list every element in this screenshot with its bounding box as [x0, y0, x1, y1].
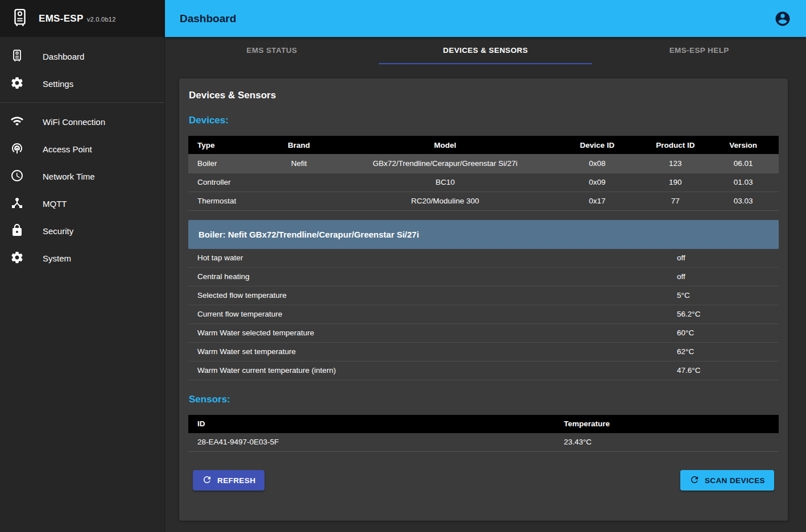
sidebar-item-label: Security: [43, 226, 73, 236]
cell-type: Thermostat: [188, 192, 259, 210]
table-row-thermostat[interactable]: Thermostat RC20/Moduline 300 0x17 77 03.…: [188, 192, 779, 210]
cell-type: Boiler: [188, 154, 259, 173]
sidebar-nav: Dashboard Settings WiFi Connection A: [0, 37, 164, 272]
sidebar-item-label: Settings: [43, 79, 73, 89]
lock-icon: [10, 223, 24, 239]
table-row-controller[interactable]: Controller BC10 0x09 190 01.03: [188, 173, 779, 192]
table-row-sensor: 28-EA41-9497-0E03-5F 23.43°C: [188, 433, 779, 452]
cell-version: 01.03: [708, 173, 779, 192]
detail-value: off: [677, 253, 779, 262]
sidebar-item-label: System: [43, 253, 71, 263]
cell-sensor-temperature: 23.43°C: [564, 433, 779, 452]
detail-value: 56.2°C: [677, 310, 779, 318]
list-item: Hot tap water off: [188, 249, 779, 268]
cell-sensor-id: 28-EA41-9497-0E03-5F: [188, 433, 564, 452]
sidebar-item-network-time[interactable]: Network Time: [0, 163, 164, 190]
cell-product-id: 123: [643, 154, 708, 173]
account-circle-icon[interactable]: [774, 10, 791, 27]
list-item: Central heating off: [188, 268, 779, 286]
wifi-icon: [10, 114, 24, 130]
cell-brand: [259, 192, 339, 210]
app-version: v2.0.0b12: [87, 16, 116, 23]
table-row-boiler[interactable]: Boiler Nefit GBx72/Trendline/Cerapur/Gre…: [188, 154, 779, 173]
column-header-id: ID: [188, 415, 564, 433]
devices-sensors-card: Devices & Sensors Devices: Type Brand Mo…: [179, 78, 788, 521]
cell-version: 06.01: [708, 154, 779, 173]
column-header-type: Type: [188, 136, 259, 154]
sidebar: EMS-ESPv2.0.0b12 Dashboard: [0, 0, 165, 532]
list-item: Warm Water selected temperature 60°C: [188, 324, 779, 343]
sidebar-item-security[interactable]: Security: [0, 217, 164, 244]
sidebar-item-label: Dashboard: [43, 52, 84, 61]
card-title: Devices & Sensors: [189, 90, 779, 101]
cell-model: RC20/Moduline 300: [339, 192, 552, 210]
list-item: Current flow temperature 56.2°C: [188, 305, 779, 324]
column-header-product-id: Product ID: [643, 136, 708, 154]
cell-type: Controller: [188, 173, 259, 192]
cell-device-id: 0x09: [551, 173, 643, 192]
sidebar-item-mqtt[interactable]: MQTT: [0, 190, 164, 217]
main-area: Dashboard EMS STATUS DEVICES & SENSORS E…: [165, 0, 806, 532]
cell-version: 03.03: [708, 192, 779, 210]
topbar: Dashboard: [165, 0, 806, 37]
sidebar-item-dashboard[interactable]: Dashboard: [0, 43, 164, 70]
gear-icon: [10, 251, 24, 266]
column-header-temperature: Temperature: [564, 415, 779, 433]
sidebar-item-label: Network Time: [43, 172, 95, 181]
sidebar-item-wifi-connection[interactable]: WiFi Connection: [0, 108, 164, 135]
column-header-device-id: Device ID: [551, 136, 643, 154]
device-hub-icon: [10, 196, 24, 211]
cell-model: BC10: [339, 173, 552, 192]
cell-model: GBx72/Trendline/Cerapur/Greenstar Si/27i: [339, 154, 552, 173]
device-detail-list: Hot tap water off Central heating off Se…: [188, 249, 779, 380]
list-item: Warm Water set temperature 62°C: [188, 343, 779, 361]
tab-ems-status[interactable]: EMS STATUS: [165, 37, 379, 64]
column-header-brand: Brand: [259, 136, 339, 154]
cell-brand: [259, 173, 339, 192]
sidebar-item-label: WiFi Connection: [43, 117, 105, 127]
refresh-button[interactable]: REFRESH: [193, 470, 264, 491]
app-name: EMS-ESPv2.0.0b12: [39, 13, 116, 24]
refresh-icon: [202, 475, 212, 487]
devices-heading: Devices:: [189, 115, 779, 126]
detail-value: 5°C: [677, 291, 779, 300]
detail-label: Hot tap water: [197, 253, 677, 262]
action-bar: REFRESH SCAN DEVICES: [188, 470, 779, 491]
sensors-table: ID Temperature 28-EA41-9497-0E03-5F 23.4…: [188, 415, 779, 452]
list-item: Warm Water current temperature (intern) …: [188, 361, 779, 380]
sidebar-item-settings[interactable]: Settings: [0, 70, 164, 97]
tab-bar: EMS STATUS DEVICES & SENSORS EMS-ESP HEL…: [165, 37, 806, 64]
tab-devices-sensors[interactable]: DEVICES & SENSORS: [379, 37, 593, 64]
app-logo-icon: [10, 7, 30, 31]
detail-value: 47.6°C: [677, 366, 779, 375]
detail-value: off: [677, 272, 779, 281]
column-header-version: Version: [708, 136, 779, 154]
list-item: Selected flow temperature 5°C: [188, 286, 779, 305]
detail-label: Warm Water current temperature (intern): [197, 366, 677, 375]
scan-devices-button-label: SCAN DEVICES: [705, 476, 765, 485]
detail-label: Central heating: [197, 272, 677, 281]
tab-ems-esp-help[interactable]: EMS-ESP HELP: [592, 37, 806, 64]
boiler-icon: [10, 49, 24, 64]
scan-devices-button[interactable]: SCAN DEVICES: [680, 470, 774, 491]
sensors-heading: Sensors:: [189, 394, 779, 405]
detail-label: Warm Water selected temperature: [197, 329, 677, 337]
gear-icon: [10, 76, 24, 92]
sidebar-item-label: Access Point: [43, 144, 92, 154]
app-logo-bar: EMS-ESPv2.0.0b12: [0, 0, 164, 37]
sidebar-item-system[interactable]: System: [0, 244, 164, 272]
page-title: Dashboard: [180, 13, 236, 25]
sensors-table-header-row: ID Temperature: [188, 415, 779, 433]
sidebar-divider: [0, 102, 164, 103]
sidebar-item-access-point[interactable]: Access Point: [0, 135, 164, 163]
access-point-icon: [10, 142, 24, 157]
sidebar-item-label: MQTT: [43, 199, 67, 209]
cell-device-id: 0x17: [551, 192, 643, 210]
scan-refresh-icon: [689, 475, 700, 487]
cell-product-id: 77: [643, 192, 708, 210]
clock-icon: [10, 169, 24, 184]
detail-label: Warm Water set temperature: [197, 347, 677, 356]
detail-value: 60°C: [677, 329, 779, 337]
selected-device-banner: Boiler: Nefit GBx72/Trendline/Cerapur/Gr…: [188, 220, 779, 249]
column-header-model: Model: [339, 136, 552, 154]
